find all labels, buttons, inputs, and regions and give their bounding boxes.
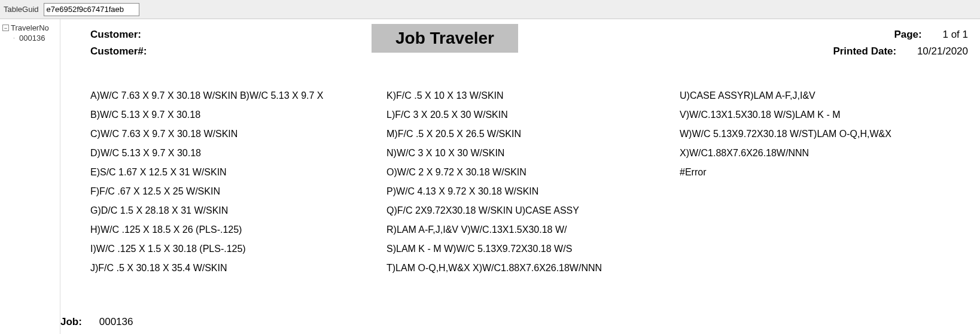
- page-label: Page:: [894, 29, 921, 41]
- list-item: W)W/C 5.13X9.72X30.18 W/ST)LAM O-Q,H,W&X: [680, 125, 968, 144]
- page-title: Job Traveler: [372, 24, 518, 53]
- list-item: O)W/C 2 X 9.72 X 30.18 W/SKIN: [386, 163, 680, 182]
- job-row: Job: 000136: [60, 316, 133, 328]
- tree-sidebar: − TravelerNo · 000136: [0, 19, 60, 334]
- customer-number-label: Customer#:: [90, 45, 372, 57]
- page-value: 1 of 1: [942, 29, 968, 40]
- list-item: #Error: [680, 163, 968, 182]
- report-page: Customer: Customer#: Job Traveler Page: …: [60, 19, 980, 334]
- list-item: M)F/C .5 X 20.5 X 26.5 W/SKIN: [386, 125, 680, 144]
- tree-child[interactable]: · 000136: [0, 33, 60, 43]
- body-columns: A)W/C 7.63 X 9.7 X 30.18 W/SKIN B)W/C 5.…: [72, 86, 968, 278]
- list-item: P)W/C 4.13 X 9.72 X 30.18 W/SKIN: [386, 182, 680, 201]
- list-item: L)F/C 3 X 20.5 X 30 W/SKIN: [386, 105, 680, 125]
- list-item: F)F/C .67 X 12.5 X 25 W/SKIN: [90, 182, 386, 201]
- list-item: V)W/C.13X1.5X30.18 W/S)LAM K - M: [680, 105, 968, 125]
- job-value: 000136: [99, 316, 133, 327]
- list-item: C)W/C 7.63 X 9.7 X 30.18 W/SKIN: [90, 125, 386, 144]
- list-item: I)W/C .125 X 1.5 X 30.18 (PLS-.125): [90, 239, 386, 259]
- list-item: U)CASE ASSYR)LAM A-F,J,I&V: [680, 86, 968, 105]
- header-left: Customer: Customer#:: [72, 24, 372, 62]
- column-1: A)W/C 7.63 X 9.7 X 30.18 W/SKIN B)W/C 5.…: [90, 86, 386, 278]
- list-item: B)W/C 5.13 X 9.7 X 30.18: [90, 105, 386, 125]
- list-item: R)LAM A-F,J,I&V V)W/C.13X1.5X30.18 W/: [386, 220, 680, 239]
- job-label: Job:: [60, 316, 96, 328]
- collapse-icon[interactable]: −: [2, 25, 9, 31]
- list-item: H)W/C .125 X 18.5 X 26 (PLS-.125): [90, 220, 386, 239]
- list-item: A)W/C 7.63 X 9.7 X 30.18 W/SKIN B)W/C 5.…: [90, 86, 386, 105]
- column-2: K)F/C .5 X 10 X 13 W/SKIN L)F/C 3 X 20.5…: [386, 86, 680, 278]
- printed-date-label: Printed Date:: [833, 45, 896, 57]
- list-item: E)S/C 1.67 X 12.5 X 31 W/SKIN: [90, 163, 386, 182]
- list-item: K)F/C .5 X 10 X 13 W/SKIN: [386, 86, 680, 105]
- tree-root-label: TravelerNo: [11, 23, 49, 32]
- list-item: S)LAM K - M W)W/C 5.13X9.72X30.18 W/S: [386, 239, 680, 259]
- tree-child-label: 000136: [19, 34, 45, 42]
- list-item: T)LAM O-Q,H,W&X X)W/C1.88X7.6X26.18W/NNN: [386, 259, 680, 278]
- tree-leaf-icon: ·: [11, 35, 17, 41]
- printed-date-value: 10/21/2020: [917, 45, 968, 57]
- toolbar: TableGuid: [0, 0, 980, 19]
- main-area: − TravelerNo · 000136 Customer: Customer…: [0, 19, 980, 334]
- tableguid-label: TableGuid: [4, 5, 39, 14]
- list-item: D)W/C 5.13 X 9.7 X 30.18: [90, 144, 386, 163]
- list-item: G)D/C 1.5 X 28.18 X 31 W/SKIN: [90, 201, 386, 220]
- list-item: N)W/C 3 X 10 X 30 W/SKIN: [386, 144, 680, 163]
- tree-root[interactable]: − TravelerNo: [0, 23, 60, 33]
- header-right: Page: 1 of 1 Printed Date: 10/21/2020: [518, 24, 968, 62]
- customer-label: Customer:: [90, 29, 372, 41]
- list-item: J)F/C .5 X 30.18 X 35.4 W/SKIN: [90, 259, 386, 278]
- header-center: Job Traveler: [372, 24, 518, 53]
- report-header: Customer: Customer#: Job Traveler Page: …: [72, 24, 968, 62]
- column-3: U)CASE ASSYR)LAM A-F,J,I&V V)W/C.13X1.5X…: [680, 86, 968, 278]
- tableguid-input[interactable]: [44, 3, 139, 16]
- list-item: X)W/C1.88X7.6X26.18W/NNN: [680, 144, 968, 163]
- list-item: Q)F/C 2X9.72X30.18 W/SKIN U)CASE ASSY: [386, 201, 680, 220]
